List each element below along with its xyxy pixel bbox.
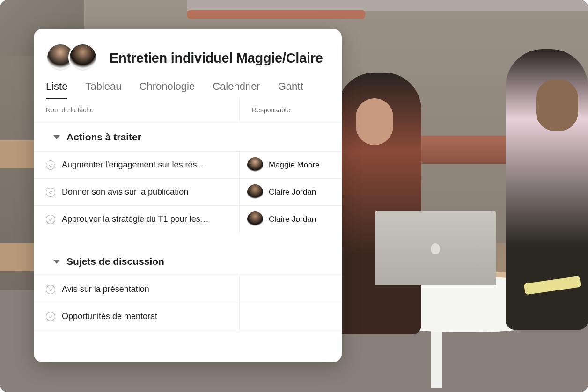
- column-headers: Nom de la tâche Responsable: [34, 98, 342, 121]
- section-header-actions[interactable]: Actions à traiter: [34, 121, 342, 151]
- task-row[interactable]: Opportunités de mentorat: [34, 303, 342, 330]
- chevron-down-icon: [53, 260, 60, 264]
- view-tabs: Liste Tableau Chronologie Calendrier Gan…: [34, 80, 342, 98]
- complete-checkbox-icon[interactable]: [46, 215, 55, 224]
- task-row[interactable]: Avis sur la présentation: [34, 276, 342, 303]
- tab-board[interactable]: Tableau: [85, 80, 121, 98]
- assignee-cell[interactable]: [240, 276, 342, 303]
- column-header-assignee[interactable]: Responsable: [240, 98, 342, 121]
- task-row[interactable]: Augmenter l'engagement sur les rés… Magg…: [34, 151, 342, 178]
- assignee-cell[interactable]: Claire Jordan: [240, 179, 342, 205]
- tab-gantt[interactable]: Gantt: [278, 80, 303, 98]
- avatar-claire: [68, 43, 97, 72]
- column-header-task-name[interactable]: Nom de la tâche: [34, 98, 240, 121]
- task-name-cell[interactable]: Avis sur la présentation: [34, 276, 240, 303]
- assignee-name: Claire Jordan: [269, 188, 316, 197]
- card-header: Entretien individuel Maggie/Claire: [34, 29, 342, 80]
- project-card: Entretien individuel Maggie/Claire Liste…: [34, 29, 342, 362]
- task-name-cell[interactable]: Approuver la stratégie du T1 pour les…: [34, 206, 240, 232]
- avatar-icon: [247, 184, 263, 200]
- complete-checkbox-icon[interactable]: [46, 188, 55, 197]
- task-row[interactable]: Donner son avis sur la publication Clair…: [34, 178, 342, 205]
- complete-checkbox-icon[interactable]: [46, 160, 55, 170]
- project-avatars[interactable]: [46, 43, 99, 73]
- project-title[interactable]: Entretien individuel Maggie/Claire: [110, 51, 323, 66]
- assignee-name: Maggie Moore: [269, 160, 320, 170]
- assignee-name: Claire Jordan: [269, 215, 316, 224]
- complete-checkbox-icon[interactable]: [46, 312, 55, 321]
- tab-calendar[interactable]: Calendrier: [213, 80, 260, 98]
- section-header-discussion[interactable]: Sujets de discussion: [34, 246, 342, 276]
- task-row[interactable]: Approuver la stratégie du T1 pour les… C…: [34, 205, 342, 232]
- assignee-cell[interactable]: [240, 303, 342, 330]
- tab-timeline[interactable]: Chronologie: [140, 80, 195, 98]
- task-name: Avis sur la présentation: [62, 284, 149, 294]
- section-title: Actions à traiter: [66, 131, 141, 143]
- avatar-icon: [247, 211, 263, 227]
- task-name-cell[interactable]: Augmenter l'engagement sur les rés…: [34, 152, 240, 178]
- assignee-cell[interactable]: Maggie Moore: [240, 152, 342, 178]
- section-title: Sujets de discussion: [66, 256, 164, 267]
- assignee-cell[interactable]: Claire Jordan: [240, 206, 342, 232]
- task-name: Donner son avis sur la publication: [62, 187, 188, 197]
- task-name: Opportunités de mentorat: [62, 312, 157, 321]
- complete-checkbox-icon[interactable]: [46, 285, 55, 294]
- task-name: Approuver la stratégie du T1 pour les…: [62, 214, 209, 224]
- avatar-icon: [247, 157, 263, 173]
- tab-list[interactable]: Liste: [46, 80, 67, 98]
- task-name-cell[interactable]: Donner son avis sur la publication: [34, 179, 240, 205]
- task-name-cell[interactable]: Opportunités de mentorat: [34, 303, 240, 330]
- chevron-down-icon: [53, 135, 60, 139]
- task-name: Augmenter l'engagement sur les rés…: [62, 160, 206, 170]
